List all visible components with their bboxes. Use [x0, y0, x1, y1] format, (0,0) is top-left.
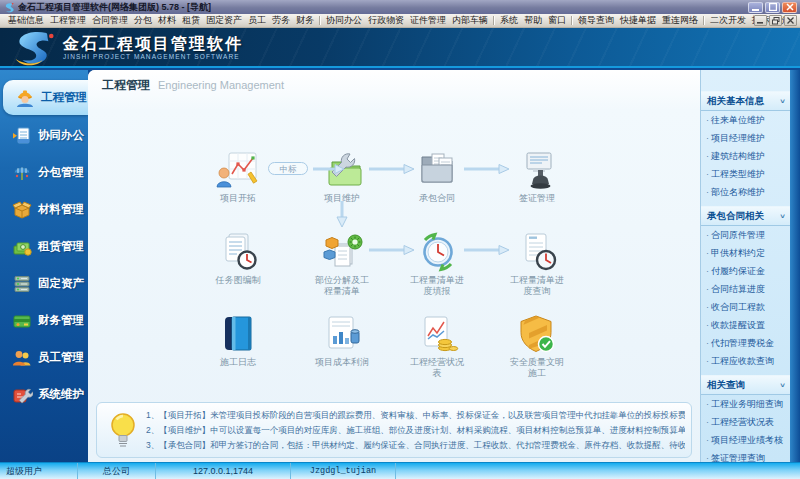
rightbar-link-label: 工程经营状况表	[711, 417, 774, 427]
rightbar-link[interactable]: ·项目经理业绩考核	[701, 431, 790, 449]
menu-item[interactable]: 工程管理	[47, 14, 89, 27]
menu-item[interactable]: 财务	[293, 14, 317, 27]
menu-item[interactable]: 快捷单据	[617, 14, 659, 27]
tip-line: 2、【项目维护】中可以设置每一个项目的对应库房、施工班组、部位及进度计划、材料采…	[146, 423, 685, 437]
menu-item[interactable]: 内部车辆	[449, 14, 491, 27]
sidebar-item-finance[interactable]: 财务管理	[0, 302, 88, 339]
bullet-icon: ·	[706, 187, 709, 197]
sidebar-item-material[interactable]: 材料管理	[0, 191, 88, 228]
flow-item-label: 签证管理	[508, 193, 566, 204]
flow-item-safety-quality[interactable]: 安全质量文明施工	[489, 312, 585, 379]
rightbar-link[interactable]: ·签证管理查询	[701, 449, 790, 462]
menu-item[interactable]: 固定资产	[203, 14, 245, 27]
menu-item[interactable]: 分包	[131, 14, 155, 27]
minimize-button[interactable]	[748, 2, 763, 13]
page-header: 工程管理 Engineering Management	[88, 70, 700, 95]
rightbar-link-label: 项目经理业绩考核	[711, 435, 783, 445]
rightbar-link[interactable]: ·工程类型维护	[701, 165, 790, 183]
flow-item-label: 任务图编制	[209, 275, 267, 286]
menu-item[interactable]: 行政物资	[365, 14, 407, 27]
menu-item[interactable]: 系统	[497, 14, 521, 27]
close-button[interactable]	[782, 2, 797, 13]
menu-item[interactable]: 员工	[245, 14, 269, 27]
rightbar-link[interactable]: ·项目经理维护	[701, 129, 790, 147]
mdi-minimize-button[interactable]	[754, 15, 767, 26]
rightbar-link[interactable]: ·工程经营状况表	[701, 413, 790, 431]
menu-item[interactable]: 窗口	[545, 14, 569, 27]
bullet-icon: ·	[706, 248, 709, 258]
menu-item[interactable]: 协同办公	[323, 14, 365, 27]
flow-item-progress-fill[interactable]: 工程量清单进度填报	[389, 230, 485, 297]
lease-money-icon	[11, 237, 33, 257]
sidebar-item-coop-office[interactable]: 协同办公	[0, 117, 88, 154]
rightbar-section-query[interactable]: 相关查询 ˅	[701, 375, 790, 395]
chevron-down-icon: ˅	[780, 381, 785, 390]
app-window: 金石工程项目管理软件(网络集团版) 5.78 - [导航] 基础信息工程管理合同…	[0, 0, 800, 479]
flow-item-project-maintain[interactable]: 项目维护	[294, 148, 390, 204]
menu-item[interactable]: 合同管理	[89, 14, 131, 27]
menu-item[interactable]: 基础信息	[5, 14, 47, 27]
rightbar-link-label: 代扣管理费税金	[711, 338, 774, 348]
brand-logo: 金石工程项目管理软件 JINSHI PROJECT MANAGEMENT SOF…	[8, 29, 243, 66]
mdi-restore-button[interactable]	[769, 15, 782, 26]
jinshi-swoosh-icon	[8, 29, 58, 66]
page-title: 工程管理	[102, 77, 150, 94]
rightbar-link-label: 签证管理查询	[711, 453, 765, 462]
flow-item-operation-status[interactable]: 工程经营状况表	[389, 312, 485, 379]
rightbar-link[interactable]: ·付履约保证金	[701, 262, 790, 280]
mdi-close-button[interactable]	[784, 15, 797, 26]
sidebar-item-engineering[interactable]: 工程管理	[3, 80, 88, 115]
rightbar-section-title: 承包合同相关	[707, 210, 764, 223]
menu-item[interactable]: 租赁	[179, 14, 203, 27]
rightbar-link[interactable]: ·合同原件管理	[701, 226, 790, 244]
sidebar-item-subcontract[interactable]: 分包管理	[0, 154, 88, 191]
menu-item[interactable]: 材料	[155, 14, 179, 27]
page-title-en: Engineering Management	[158, 79, 284, 91]
tip-line: 1、【项目开拓】来管理项目投标阶段的自营项目的跟踪费用、资料审核、中标率、投标保…	[146, 408, 685, 422]
rightbar-link[interactable]: ·收合同工程款	[701, 298, 790, 316]
flow-item-construction-log[interactable]: 施工日志	[190, 312, 286, 368]
status-bar: 超级用户 总公司 127.0.0.1,1744 Jzgdgl_tujian	[0, 462, 800, 479]
flow-item-progress-query[interactable]: 工程量清单进度查询	[489, 230, 585, 297]
rightbar-link[interactable]: ·收款提醒设置	[701, 316, 790, 334]
sidebar-item-lease[interactable]: 租赁管理	[0, 228, 88, 265]
rightbar-link[interactable]: ·甲供材料约定	[701, 244, 790, 262]
flow-item-cost-profit[interactable]: 项目成本利润	[294, 312, 390, 368]
rightbar-link[interactable]: ·代扣管理费税金	[701, 334, 790, 352]
menu-separator	[703, 16, 705, 25]
flow-item-project-pioneer[interactable]: 项目开拓	[190, 148, 286, 204]
flow-item-contract[interactable]: 承包合同	[389, 148, 485, 204]
rightbar-section-title: 相关查询	[707, 379, 745, 392]
rightbar-link[interactable]: ·往来单位维护	[701, 111, 790, 129]
main-content: 工程管理 Engineering Management 项目开拓 项目维护 承包…	[88, 70, 700, 462]
menu-item[interactable]: 劳务	[269, 14, 293, 27]
sidebar-item-system-maintain[interactable]: 系统维护	[0, 376, 88, 413]
menu-item[interactable]: 证件管理	[407, 14, 449, 27]
rightbar-link[interactable]: ·工程业务明细查询	[701, 395, 790, 413]
cost-profit-icon	[294, 312, 390, 354]
bullet-icon: ·	[706, 266, 709, 276]
task-chart-clock-icon	[190, 230, 286, 272]
rightbar-link[interactable]: ·工程应收款查询	[701, 352, 790, 370]
sidebar-item-fixed-assets[interactable]: 固定资产	[0, 265, 88, 302]
menu-item[interactable]: 领导查询	[575, 14, 617, 27]
flow-item-bom-breakdown[interactable]: 部位分解及工程量清单	[294, 230, 390, 297]
maximize-button[interactable]	[765, 2, 780, 13]
sidebar-item-employee[interactable]: 员工管理	[0, 339, 88, 376]
rightbar-section-basic-info[interactable]: 相关基本信息 ˅	[701, 91, 790, 111]
rightbar-link[interactable]: ·部位名称维护	[701, 183, 790, 201]
bullet-icon: ·	[706, 356, 709, 366]
rightbar-link-label: 收合同工程款	[711, 302, 765, 312]
status-form-id: Jzgdgl_tujian	[291, 463, 396, 479]
rightbar-link[interactable]: ·建筑结构维护	[701, 147, 790, 165]
rightbar-link[interactable]: ·合同结算进度	[701, 280, 790, 298]
rightbar-section-contract[interactable]: 承包合同相关 ˅	[701, 206, 790, 226]
menu-item[interactable]: 重连网络	[659, 14, 701, 27]
brand-name-cn: 金石工程项目管理软件	[63, 35, 243, 53]
menu-item[interactable]: 二次开发	[707, 14, 749, 27]
flow-item-task-chart[interactable]: 任务图编制	[190, 230, 286, 286]
rightbar-link-label: 合同原件管理	[711, 230, 765, 240]
flow-item-label: 项目成本利润	[313, 357, 371, 368]
menu-item[interactable]: 帮助	[521, 14, 545, 27]
flow-item-visa-manage[interactable]: 签证管理	[489, 148, 585, 204]
